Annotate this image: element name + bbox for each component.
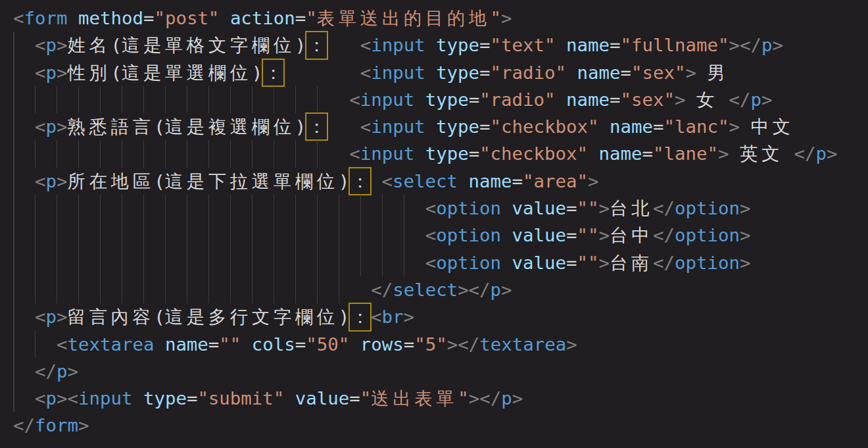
token-str: "	[491, 8, 502, 28]
token-br: <	[57, 334, 68, 355]
code-area[interactable]: <form method="post" action="表單送出的目的地"><p…	[0, 0, 868, 439]
token-tag: option	[675, 198, 740, 218]
token-txt	[241, 334, 252, 355]
token-tag: p	[750, 89, 761, 110]
token-attr: action	[230, 8, 295, 28]
token-br: ><	[57, 388, 78, 409]
token-eq: =	[610, 89, 621, 110]
token-br: <	[360, 35, 372, 55]
token-attr: name	[566, 35, 610, 55]
token-br: >	[740, 198, 751, 218]
token-txt	[556, 35, 567, 55]
token-eq: =	[566, 253, 577, 273]
token-attr: type	[436, 35, 479, 55]
unicode-highlighted-colon: ：	[262, 59, 284, 86]
token-txt: (	[154, 116, 165, 137]
token-cjk: 這是下拉選單欄位	[165, 171, 339, 191]
token-br: <	[35, 171, 46, 191]
token-str: ""	[577, 225, 599, 245]
token-eq: =	[566, 198, 577, 218]
indent-guides	[13, 195, 425, 222]
token-cjk: 所在地區	[67, 171, 154, 191]
token-txt	[67, 8, 78, 28]
token-scjk: 表單送出的目的地	[317, 8, 491, 28]
token-cjk: 男	[707, 62, 729, 83]
token-tag: textarea	[67, 334, 154, 355]
token-eq: =	[295, 334, 306, 355]
token-eq: =	[404, 334, 415, 355]
code-line: <p>所在地區(這是下拉選單欄位)： <select name="area">	[13, 168, 868, 195]
token-eq: =	[512, 171, 523, 191]
token-br: <	[349, 89, 360, 110]
token-br: <	[360, 116, 372, 137]
indent-guides	[13, 59, 35, 86]
token-txt	[425, 35, 437, 55]
token-br: </	[653, 198, 675, 218]
token-str: "post"	[154, 8, 219, 28]
token-txt	[740, 116, 751, 137]
token-br: >	[57, 35, 68, 55]
code-line: </p>	[13, 358, 868, 385]
token-attr: method	[78, 8, 143, 28]
token-br: </	[729, 89, 750, 110]
token-str: "text"	[491, 35, 556, 55]
code-line: <input type="checkbox" name="lane"> 英文 <…	[13, 140, 868, 167]
token-br: </	[13, 415, 35, 436]
token-eq: =	[349, 388, 360, 409]
token-txt	[566, 62, 577, 83]
token-tag: p	[815, 143, 827, 164]
token-txt	[783, 143, 794, 164]
token-str: "submit"	[197, 388, 284, 409]
token-eq: =	[208, 334, 220, 355]
token-tag: input	[360, 89, 414, 110]
token-str: "checkbox"	[491, 116, 599, 137]
token-br: >	[588, 171, 599, 191]
token-str: "5"	[414, 334, 446, 355]
token-tag: br	[382, 307, 404, 327]
unicode-highlighted-colon: ：	[349, 303, 371, 330]
indent-guides	[13, 113, 35, 140]
code-line: <form method="post" action="表單送出的目的地">	[13, 5, 868, 32]
token-attr: name	[566, 89, 610, 110]
code-line: <textarea name="" cols="50" rows="5"></t…	[13, 331, 868, 358]
token-txt: )	[295, 116, 306, 137]
token-txt	[501, 253, 512, 273]
token-br: <	[360, 62, 372, 83]
indent-guides	[13, 331, 57, 358]
token-str: "area"	[523, 171, 588, 191]
code-line: <p>留言內容(這是多行文字欄位)：<br>	[13, 303, 868, 330]
token-eq: =	[479, 35, 491, 55]
token-tag: option	[436, 253, 501, 273]
token-tag: input	[371, 62, 425, 83]
token-tag: form	[24, 8, 68, 28]
token-str: "fullname"	[621, 35, 729, 55]
token-br: </	[35, 361, 57, 382]
token-br: >	[57, 62, 68, 83]
token-txt	[588, 143, 599, 164]
token-tag: p	[45, 35, 57, 55]
token-br: >	[740, 253, 751, 273]
token-attr: rows	[360, 334, 404, 355]
token-attr: value	[295, 388, 349, 409]
token-tag: option	[436, 225, 501, 245]
token-txt	[718, 89, 729, 110]
token-txt	[284, 62, 360, 83]
token-br: >	[67, 361, 78, 382]
token-txt	[349, 334, 360, 355]
token-br: >	[772, 35, 783, 55]
token-br: >	[57, 116, 68, 137]
token-attr: value	[512, 253, 566, 273]
token-br: <	[425, 253, 437, 273]
token-br: <	[371, 307, 382, 327]
token-cjk: 台南	[610, 253, 653, 273]
token-cjk: 中文	[750, 116, 794, 137]
token-txt	[284, 388, 295, 409]
token-attr: name	[469, 171, 512, 191]
token-br: </	[653, 225, 675, 245]
token-txt	[501, 225, 512, 245]
token-br: >	[729, 116, 740, 137]
token-attr: value	[512, 198, 566, 218]
token-str: "radio"	[479, 89, 555, 110]
token-str: "50"	[306, 334, 349, 355]
token-txt	[154, 334, 165, 355]
